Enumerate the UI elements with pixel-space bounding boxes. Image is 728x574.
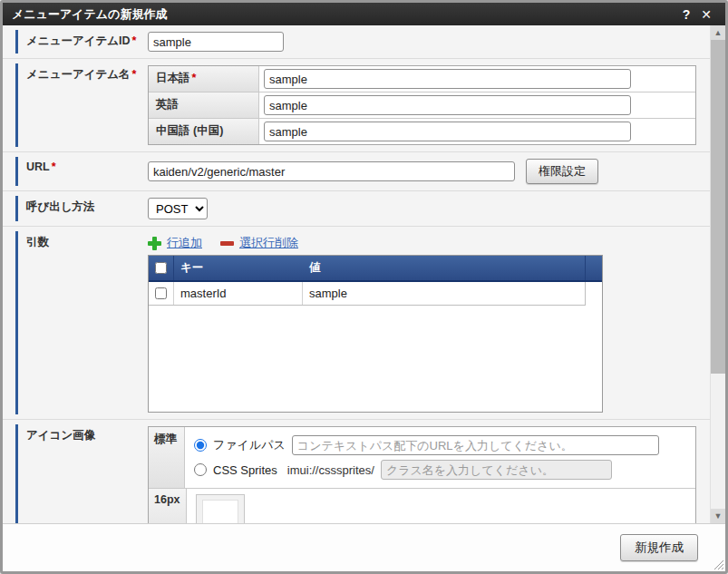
- form-content: メニューアイテムID* メニューアイテム名* 日本語*: [3, 25, 710, 523]
- row-icon-image: アイコン画像 標準 ファイルパス: [3, 420, 710, 523]
- icon-image-table: 標準 ファイルパス CSS Sprites i: [148, 426, 696, 523]
- args-field: 行追加 選択行削除 キー 値: [148, 231, 710, 414]
- locale-zh-label: 中国語 (中国): [149, 119, 259, 144]
- method-select[interactable]: POST: [148, 198, 208, 219]
- required-mark: *: [132, 68, 137, 81]
- create-menu-item-dialog: メニューアイテムの新規作成 ? ✕ メニューアイテムID* メニューアイテム名*: [0, 0, 728, 574]
- close-icon[interactable]: ✕: [696, 7, 716, 22]
- locale-name-table: 日本語* 英語: [148, 65, 696, 145]
- menu-item-id-field: [148, 30, 710, 54]
- resize-handle-icon[interactable]: [713, 559, 723, 569]
- delete-rows-icon[interactable]: [220, 241, 234, 246]
- row-menu-item-id: メニューアイテムID*: [3, 25, 710, 59]
- icon-16px-preview: [196, 494, 245, 523]
- icon-standard-label: 標準: [149, 427, 185, 488]
- icon-16px-placeholder: [202, 500, 238, 523]
- args-label-text: 引数: [26, 236, 49, 248]
- dialog-title: メニューアイテムの新規作成: [12, 6, 167, 23]
- url-label-text: URL: [26, 161, 50, 173]
- args-label: 引数: [15, 231, 148, 414]
- icon-standard-field: ファイルパス CSS Sprites imui://csssprites/: [185, 427, 695, 488]
- row-args: 引数 行追加 選択行削除: [3, 227, 710, 420]
- select-all-cell: [149, 256, 174, 280]
- scrollbar-track[interactable]: [711, 374, 725, 509]
- row-menu-item-name: メニューアイテム名* 日本語*: [3, 59, 710, 152]
- args-table-header: キー 値: [149, 256, 602, 282]
- scrollbar-thumb[interactable]: [711, 40, 725, 374]
- menu-item-name-field: 日本語* 英語: [148, 63, 710, 147]
- locale-ja-field: [259, 66, 695, 92]
- url-input[interactable]: [148, 161, 515, 181]
- locale-en-input[interactable]: [264, 95, 631, 115]
- delete-rows-link[interactable]: 選択行削除: [239, 235, 298, 251]
- icon-standard-row: 標準 ファイルパス CSS Sprites i: [149, 427, 695, 489]
- required-mark: *: [52, 161, 56, 173]
- create-button[interactable]: 新規作成: [620, 534, 698, 561]
- locale-row-ja: 日本語*: [149, 66, 695, 92]
- dialog-body: メニューアイテムID* メニューアイテム名* 日本語*: [3, 25, 725, 523]
- row-checkbox[interactable]: [155, 287, 167, 299]
- method-field: POST: [148, 196, 710, 221]
- args-table: キー 値 masterId sample: [148, 255, 603, 413]
- file-path-input[interactable]: [292, 435, 659, 455]
- select-all-checkbox[interactable]: [155, 262, 167, 274]
- icon-image-label: アイコン画像: [15, 424, 148, 523]
- permission-settings-button[interactable]: 権限設定: [526, 159, 598, 184]
- method-label: 呼び出し方法: [15, 196, 148, 221]
- css-sprites-input: [381, 460, 612, 480]
- locale-ja-label-text: 日本語: [156, 72, 190, 84]
- locale-en-label-text: 英語: [156, 98, 179, 111]
- method-label-text: 呼び出し方法: [26, 200, 95, 213]
- icon-16px-row: 16px ✗: [149, 489, 695, 523]
- locale-row-en: 英語: [149, 92, 695, 119]
- file-path-radio-label[interactable]: ファイルパス: [213, 437, 286, 453]
- locale-zh-field: [259, 119, 695, 144]
- scroll-down-arrow[interactable]: ▼: [711, 509, 725, 523]
- menu-item-id-label: メニューアイテムID*: [15, 30, 148, 54]
- locale-zh-label-text: 中国語 (中国): [156, 124, 223, 137]
- css-sprites-radio[interactable]: [194, 463, 207, 476]
- icon-16px-label: 16px: [149, 489, 187, 523]
- value-column-header: 値: [303, 256, 585, 280]
- vertical-scrollbar: ▲ ▼: [710, 25, 725, 523]
- dialog-titlebar: メニューアイテムの新規作成 ? ✕: [3, 3, 725, 25]
- url-label: URL*: [15, 157, 148, 186]
- css-sprites-radio-label[interactable]: CSS Sprites: [213, 463, 277, 477]
- locale-ja-label: 日本語*: [149, 66, 259, 92]
- menu-item-name-label-text: メニューアイテム名: [26, 68, 131, 81]
- locale-en-field: [259, 92, 695, 118]
- add-row-link[interactable]: 行追加: [167, 235, 202, 251]
- locale-row-zh: 中国語 (中国): [149, 119, 695, 144]
- required-mark: *: [132, 34, 137, 47]
- icon-image-field: 標準 ファイルパス CSS Sprites i: [148, 424, 710, 523]
- locale-zh-input[interactable]: [264, 122, 631, 141]
- dialog-footer: 新規作成: [3, 523, 725, 571]
- icon-image-label-text: アイコン画像: [26, 429, 95, 442]
- icon-16px-field: ✗: [187, 489, 696, 523]
- row-select-cell: [149, 282, 174, 305]
- menu-item-name-label: メニューアイテム名*: [15, 63, 148, 147]
- scroll-up-arrow[interactable]: ▲: [711, 25, 725, 40]
- menu-item-id-label-text: メニューアイテムID: [26, 34, 131, 47]
- css-sprites-prefix: imui://csssprites/: [287, 463, 374, 477]
- row-url: URL* 権限設定: [3, 152, 710, 191]
- key-column-header: キー: [174, 256, 303, 280]
- required-mark: *: [192, 72, 197, 84]
- add-row-icon[interactable]: [148, 237, 161, 250]
- file-path-radio[interactable]: [194, 439, 207, 452]
- file-path-line: ファイルパス: [194, 435, 686, 455]
- menu-item-id-input[interactable]: [148, 32, 284, 52]
- header-spacer-cell: [585, 256, 602, 280]
- url-field: 権限設定: [148, 157, 710, 186]
- row-method: 呼び出し方法 POST: [3, 191, 710, 227]
- locale-en-label: 英語: [149, 92, 259, 118]
- args-toolbar: 行追加 選択行削除: [148, 235, 710, 251]
- row-key-cell: masterId: [174, 282, 303, 305]
- css-sprites-line: CSS Sprites imui://csssprites/: [194, 460, 686, 480]
- table-row[interactable]: masterId sample: [149, 282, 586, 306]
- locale-ja-input[interactable]: [264, 69, 631, 89]
- row-value-cell: sample: [303, 282, 585, 305]
- help-icon[interactable]: ?: [676, 7, 696, 22]
